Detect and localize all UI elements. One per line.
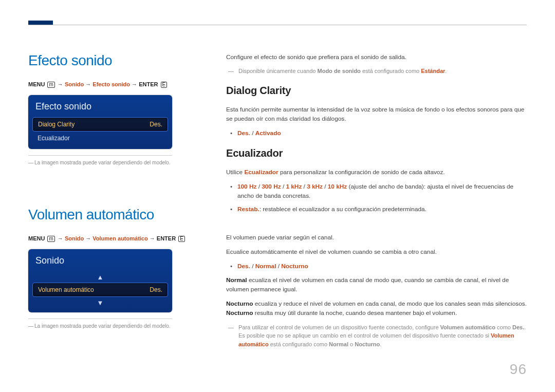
ecualizador-reset: Restab.: restablece el ecualizador a su … bbox=[228, 204, 527, 214]
heading-ecualizador: Ecualizador bbox=[226, 145, 527, 161]
caption-label: La imagen mostrada puede variar dependie… bbox=[34, 323, 171, 329]
crumb-menu: MENU bbox=[28, 81, 45, 87]
volumen-p2: Ecualice automáticamente el nivel de vol… bbox=[226, 247, 527, 256]
osd-scroll-down[interactable]: ▼ bbox=[32, 297, 168, 308]
osd-scroll-up[interactable]: ▲ bbox=[32, 271, 168, 283]
chevron-up-icon: ▲ bbox=[97, 273, 104, 281]
crumb-path: Sonido bbox=[65, 235, 84, 241]
osd-row-dialog-clarity[interactable]: Dialog Clarity Des. bbox=[32, 117, 168, 132]
crumb-path: Efecto sonido bbox=[92, 81, 130, 87]
page-number: 96 bbox=[510, 361, 527, 378]
dialog-clarity-options: Des. / Activado bbox=[228, 128, 527, 138]
osd-title: Sonido bbox=[32, 254, 168, 271]
caption-text: ―La imagen mostrada puede variar dependi… bbox=[28, 159, 182, 166]
ecualizador-text: Utilice Ecualizador para personalizar la… bbox=[226, 167, 527, 177]
crumb-path: Sonido bbox=[65, 81, 84, 87]
dialog-clarity-text: Esta función permite aumentar la intensi… bbox=[226, 105, 527, 124]
enter-icon: E bbox=[178, 236, 185, 242]
menu-icon: m bbox=[47, 236, 54, 242]
header-rule bbox=[28, 25, 527, 25]
menu-icon: m bbox=[47, 82, 54, 88]
crumb-menu: MENU bbox=[28, 235, 45, 241]
ecualizador-bands: 100 Hz / 300 Hz / 1 kHz / 3 kHz / 10 kHz… bbox=[228, 182, 527, 201]
volumen-normal-text: Normal ecualiza el nivel de volumen en c… bbox=[226, 275, 527, 294]
osd-row-label: Ecualizador bbox=[38, 135, 70, 142]
intro-text: Configure el efecto de sonido que prefie… bbox=[226, 52, 527, 62]
heading-volumen-automatico: Volumen automático bbox=[28, 207, 206, 223]
caption-label: La imagen mostrada puede variar dependie… bbox=[34, 160, 171, 165]
osd-row-label: Dialog Clarity bbox=[38, 121, 75, 128]
volumen-nocturno-text: Nocturno ecualiza y reduce el nivel de v… bbox=[226, 299, 527, 318]
osd-row-value: Des. bbox=[150, 121, 162, 128]
header-tab bbox=[28, 21, 53, 25]
osd-sonido: Sonido ▲ Volumen automático Des. ▼ bbox=[28, 249, 172, 312]
osd-row-label: Volumen automático bbox=[38, 286, 94, 293]
heading-efecto-sonido: Efecto sonido bbox=[28, 52, 206, 69]
caption-rule bbox=[28, 319, 172, 319]
osd-row-volumen-automatico[interactable]: Volumen automático Des. bbox=[32, 283, 168, 297]
crumb-enter: ENTER bbox=[157, 235, 176, 241]
caption-text: ―La imagen mostrada puede variar dependi… bbox=[28, 322, 182, 330]
page: Efecto sonido MENU m → Sonido → Efecto s… bbox=[0, 0, 555, 353]
crumb-path: Volumen automático bbox=[92, 235, 147, 241]
left-column: Efecto sonido MENU m → Sonido → Efecto s… bbox=[28, 52, 206, 353]
breadcrumb-volumen: MENU m → Sonido → Volumen automático → E… bbox=[28, 235, 206, 242]
note-volumen-automatico: Para utilizar el control de volumen de u… bbox=[226, 323, 527, 349]
caption-rule bbox=[28, 155, 172, 156]
crumb-enter: ENTER bbox=[139, 81, 158, 87]
breadcrumb-efecto: MENU m → Sonido → Efecto sonido → ENTER … bbox=[28, 81, 206, 88]
heading-dialog-clarity: Dialog Clarity bbox=[226, 83, 527, 99]
right-column: Configure el efecto de sonido que prefie… bbox=[226, 52, 527, 353]
osd-efecto-sonido: Efecto sonido Dialog Clarity Des. Ecuali… bbox=[28, 95, 172, 149]
osd-row-ecualizador[interactable]: Ecualizador bbox=[32, 132, 168, 145]
volumen-options: Des. / Normal / Nocturno bbox=[228, 262, 527, 271]
osd-row-value: Des. bbox=[150, 286, 162, 293]
note-modo-sonido: Disponible únicamente cuando Modo de son… bbox=[226, 67, 527, 76]
chevron-down-icon: ▼ bbox=[97, 299, 104, 307]
volumen-p1: El volumen puede variar según el canal. bbox=[226, 233, 527, 242]
osd-title: Efecto sonido bbox=[32, 100, 168, 117]
enter-icon: E bbox=[161, 82, 168, 88]
